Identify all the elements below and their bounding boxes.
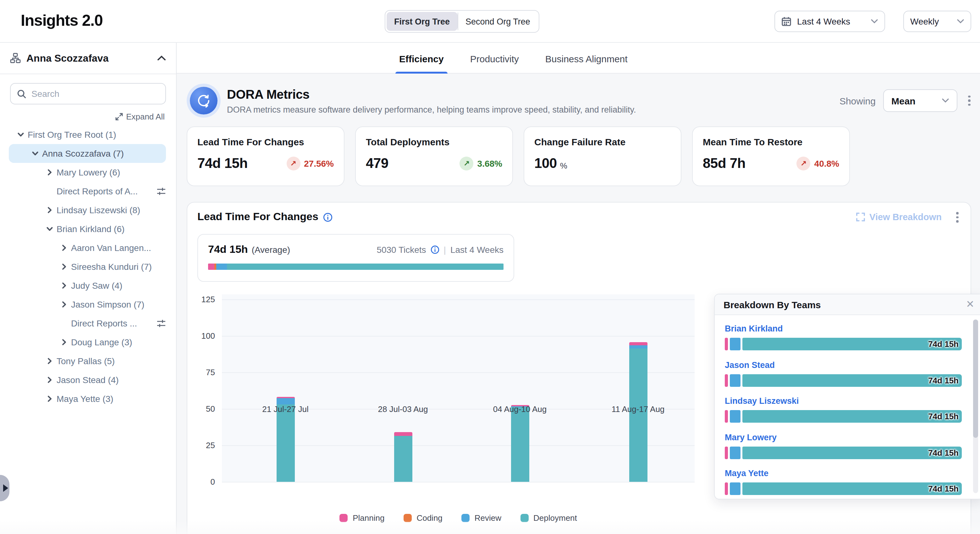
breakdown-list: Brian Kirkland74d 15hJason Stead74d 15hL… <box>715 315 980 499</box>
legend-item-review[interactable]: Review <box>461 513 501 523</box>
tree-item-jason-simpson-7[interactable]: Jason Simpson (7) <box>0 295 176 314</box>
team-stacked-bar[interactable]: 74d 15h <box>725 446 962 459</box>
chevron-right-icon[interactable] <box>44 357 55 365</box>
legend-item-coding[interactable]: Coding <box>403 513 442 523</box>
summary-segment-deployment <box>227 263 504 270</box>
scrollbar-track[interactable] <box>973 319 978 493</box>
granularity-select[interactable]: Weekly <box>903 11 971 32</box>
chevron-down-icon[interactable] <box>30 150 41 157</box>
trend-delta: 40.8% <box>815 158 839 169</box>
team-bar-segment-review <box>730 482 740 495</box>
date-range-select[interactable]: Last 4 Weeks <box>775 11 885 32</box>
metric-card-change-failure-rate: Change Failure Rate100% <box>523 126 681 186</box>
search-input[interactable] <box>32 89 145 99</box>
team-name-link[interactable]: Lindsay Liszewski <box>725 396 962 406</box>
chevron-right-icon[interactable] <box>59 338 70 346</box>
chevron-up-icon[interactable] <box>157 55 166 61</box>
sidebar: Anna Scozzafava Expand All First Org Tre… <box>0 43 177 534</box>
chevron-right-icon[interactable] <box>44 169 55 176</box>
trend-badge: ↗40.8% <box>797 156 839 171</box>
tree-item-label: Jason Stead (4) <box>57 375 119 385</box>
tree-item-aaron-van-langen[interactable]: Aaron Van Langen... <box>0 238 176 257</box>
toggle-second-org-tree[interactable]: Second Org Tree <box>458 12 538 31</box>
search-box <box>10 83 166 104</box>
info-icon[interactable] <box>431 245 439 254</box>
chevron-right-icon[interactable] <box>44 206 55 214</box>
metric-title: Total Deployments <box>366 137 502 147</box>
filter-sliders-icon[interactable] <box>156 187 166 196</box>
expand-all-button[interactable]: Expand All <box>0 112 165 121</box>
summary-tickets: 5030 Tickets <box>377 245 426 255</box>
legend-swatch <box>339 514 348 522</box>
filter-sliders-icon[interactable] <box>156 319 166 328</box>
org-tree-toggle: First Org Tree Second Org Tree <box>385 10 540 33</box>
team-name-link[interactable]: Maya Yette <box>725 469 962 478</box>
team-stacked-bar[interactable]: 74d 15h <box>725 482 962 495</box>
lead-time-kebab-menu[interactable] <box>953 211 962 223</box>
tree-item-brian-kirkland-6[interactable]: Brian Kirkland (6) <box>0 220 176 238</box>
tree-item-tony-pallas-5[interactable]: Tony Pallas (5) <box>0 352 176 370</box>
team-bar-segment-planning <box>725 482 728 495</box>
chevron-right-icon[interactable] <box>59 244 70 252</box>
chevron-right-icon[interactable] <box>59 301 70 308</box>
view-breakdown-button[interactable]: View Breakdown <box>856 212 942 222</box>
tree-item-label: Maya Yette (3) <box>57 394 113 404</box>
tree-item-sireesha-kunduri-7[interactable]: Sireesha Kunduri (7) <box>0 257 176 276</box>
tree-item-lindsay-liszewski-8[interactable]: Lindsay Liszewski (8) <box>0 201 176 220</box>
stacked-bar-3[interactable] <box>511 405 529 482</box>
stacked-bar-2[interactable] <box>394 432 412 482</box>
date-range-value: Last 4 Weeks <box>797 16 850 26</box>
tree-item-doug-lange-3[interactable]: Doug Lange (3) <box>0 333 176 352</box>
tree-item-direct-reports[interactable]: Direct Reports ... <box>0 314 176 333</box>
chevron-down-icon[interactable] <box>44 225 55 233</box>
tree-item-maya-yette-3[interactable]: Maya Yette (3) <box>0 389 176 408</box>
trend-up-arrow-icon: ↗ <box>460 156 474 171</box>
team-name-link[interactable]: Mary Lowery <box>725 432 962 442</box>
close-icon[interactable]: ✕ <box>966 300 974 309</box>
team-stacked-bar[interactable]: 74d 15h <box>725 338 962 350</box>
tab-business-alignment[interactable]: Business Alignment <box>545 43 628 73</box>
team-bar-value: 74d 15h <box>928 376 959 385</box>
scrollbar-thumb[interactable] <box>973 319 978 438</box>
main-tabs-row: EfficiencyProductivityBusiness Alignment <box>177 43 980 73</box>
breakdown-row-lindsay-liszewski: Lindsay Liszewski74d 15h <box>725 396 962 423</box>
tree-item-jason-stead-4[interactable]: Jason Stead (4) <box>0 370 176 389</box>
tree-item-anna-scozzafava-7[interactable]: Anna Scozzafava (7) <box>9 144 166 163</box>
tab-efficiency[interactable]: Efficiency <box>399 43 444 73</box>
team-stacked-bar[interactable]: 74d 15h <box>725 374 962 386</box>
summary-value: 74d 15h <box>208 244 248 256</box>
toggle-first-org-tree[interactable]: First Org Tree <box>387 12 457 31</box>
dora-kebab-menu[interactable] <box>965 94 974 107</box>
showing-select[interactable]: Mean <box>883 89 958 112</box>
tree-item-first-org-tree-root-1[interactable]: First Org Tree Root (1) <box>0 125 176 144</box>
tree-item-label: Tony Pallas (5) <box>57 356 115 366</box>
chevron-right-icon[interactable] <box>44 395 55 403</box>
summary-segment-planning <box>208 263 214 270</box>
tree-item-judy-saw-4[interactable]: Judy Saw (4) <box>0 276 176 295</box>
chevron-down-icon <box>870 19 878 24</box>
tree-item-label: Lindsay Liszewski (8) <box>57 205 140 215</box>
chevron-right-icon[interactable] <box>44 376 55 384</box>
sidebar-header[interactable]: Anna Scozzafava <box>0 43 176 74</box>
team-name-link[interactable]: Brian Kirkland <box>725 324 962 333</box>
metric-card-lead-time-for-changes: Lead Time For Changes74d 15h↗27.56% <box>187 126 344 186</box>
legend-item-deployment[interactable]: Deployment <box>520 513 577 523</box>
chevron-right-icon[interactable] <box>59 263 70 271</box>
bar-segment-deployment <box>511 406 529 482</box>
team-stacked-bar[interactable]: 74d 15h <box>725 410 962 423</box>
chevron-down-icon[interactable] <box>15 131 26 139</box>
summary-segment-review <box>216 263 227 270</box>
metric-card-mean-time-to-restore: Mean Time To Restore85d 7h↗40.8% <box>692 126 850 186</box>
tree-item-label: Brian Kirkland (6) <box>57 224 124 234</box>
tree-item-label: Doug Lange (3) <box>71 337 132 347</box>
trend-up-arrow-icon: ↗ <box>286 156 300 171</box>
tree-item-label: Aaron Van Langen... <box>71 243 151 253</box>
tab-productivity[interactable]: Productivity <box>470 43 519 73</box>
team-name-link[interactable]: Jason Stead <box>725 360 962 370</box>
tree-item-direct-reports-of-a[interactable]: Direct Reports of A... <box>0 182 176 201</box>
gridline <box>222 372 695 373</box>
tree-item-mary-lowery-6[interactable]: Mary Lowery (6) <box>0 163 176 182</box>
legend-item-planning[interactable]: Planning <box>339 513 384 523</box>
info-icon[interactable] <box>323 213 333 222</box>
chevron-right-icon[interactable] <box>59 282 70 289</box>
